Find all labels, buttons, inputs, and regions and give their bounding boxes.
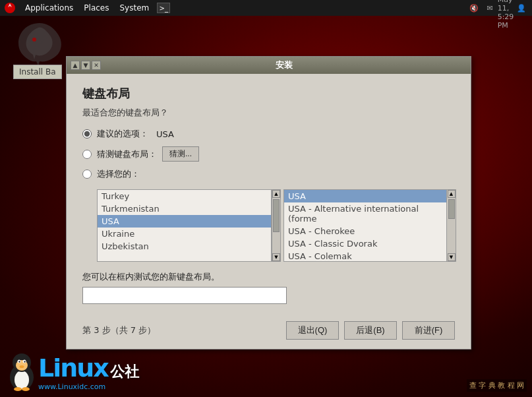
dialog-footer: 第 3 步（共 7 步） 退出(Q) 后退(B) 前进(F) [67,315,471,349]
radio-choose-label: 选择您的： [97,168,140,180]
keyboard-radio-group: 建议的选项： USA 猜测键盘布局： 猜测... 选择您的： [82,128,455,180]
linux-url: www.Linuxidc.com [38,382,139,391]
test-label: 您可以在框内测试您的新键盘布局。 [82,271,455,283]
variant-list[interactable]: USA USA - Alternative international (for… [283,189,447,262]
step-indicator: 第 3 步（共 7 步） [82,324,156,336]
svg-point-9 [24,361,25,362]
section-subtitle: 最适合您的键盘布局？ [82,107,455,119]
list-item[interactable]: Turkmenistan [98,202,271,215]
list-item[interactable]: USA - Colemak [284,250,446,262]
section-title: 键盘布局 [82,86,455,102]
radio-row-choose: 选择您的： [82,168,455,180]
list-item[interactable]: USA - Alternative international (forme [284,202,446,225]
list-item[interactable]: USA - Cherokee [284,225,446,237]
network-icon[interactable]: ✉ [485,3,495,13]
kali-logo-icon [3,1,17,15]
radio-guess-label: 猜测键盘布局： [97,148,157,160]
desktop: Applications Places System >_ 🔇 ✉ Wed Ma… [0,0,532,397]
svg-point-10 [20,365,24,368]
list-item-selected[interactable]: USA [98,215,271,228]
dialog-window: ▲ ▼ ✕ 安装 键盘布局 最适合您的键盘布局？ 建议的选项： USA [66,56,471,350]
watermark: 查 字 典 教 程 网 [467,379,527,392]
list-item[interactable]: Turkey [98,190,271,202]
gongshi-text: 公社 [110,362,139,382]
titlebar-controls: ▲ ▼ ✕ [71,61,101,70]
list-item[interactable]: Uzbekistan [98,240,271,253]
terminal-button[interactable]: >_ [157,3,170,13]
system-menu[interactable]: System [114,0,154,16]
keyboard-lists: Turkey Turkmenistan USA Ukraine Uzbekist… [97,189,455,262]
list-item[interactable]: USA - Classic Dvorak [284,237,446,250]
keyboard-test-area: 您可以在框内测试您的新键盘布局。 [82,271,455,304]
titlebar-close-btn[interactable]: ✕ [92,61,101,70]
radio-row-suggested: 建议的选项： USA [82,128,455,140]
radio-guess[interactable] [82,150,92,159]
linux-logo-text: Linux [38,353,108,382]
guess-button[interactable]: 猜测... [162,146,199,162]
tux-icon [5,352,38,392]
datetime-label: Wed May 11, 5:29 PM [500,3,511,13]
svg-point-1 [32,38,36,42]
quit-button[interactable]: 退出(Q) [286,321,339,340]
scrollbar-up-btn[interactable]: ▲ [272,190,280,198]
dialog-titlebar: ▲ ▼ ✕ 安装 [67,57,471,74]
left-list-container: Turkey Turkmenistan USA Ukraine Uzbekist… [97,189,281,262]
right-list-container: USA USA - Alternative international (for… [283,189,456,262]
svg-point-8 [18,361,20,362]
right-scrollbar-down-btn[interactable]: ▼ [448,253,456,261]
right-scrollbar-up-btn[interactable]: ▲ [448,190,456,198]
back-button[interactable]: 后退(B) [344,321,397,340]
radio-suggested-label: 建议的选项： [97,128,148,140]
country-list[interactable]: Turkey Turkmenistan USA Ukraine Uzbekist… [97,189,272,262]
dialog-content: 键盘布局 最适合您的键盘布局？ 建议的选项： USA 猜测键盘布局： 猜测... [67,74,471,315]
list-item[interactable]: Ukraine [98,228,271,240]
right-list-scrollbar[interactable]: ▲ ▼ [447,189,456,262]
scrollbar-down-btn[interactable]: ▼ [272,253,280,261]
left-list-scrollbar[interactable]: ▲ ▼ [272,189,281,262]
forward-button[interactable]: 前进(F) [402,321,455,340]
svg-point-3 [15,371,29,389]
right-scrollbar-thumb[interactable] [448,199,455,219]
places-menu[interactable]: Places [78,0,114,16]
list-item-selected[interactable]: USA [284,190,446,202]
install-base-button[interactable]: Install Ba [13,65,62,79]
taskbar-right: 🔇 ✉ Wed May 11, 5:29 PM 👤 [469,3,532,13]
bottom-logo: Linux 公社 www.Linuxidc.com [5,352,139,392]
footer-buttons: 退出(Q) 后退(B) 前进(F) [286,321,455,340]
svg-point-11 [14,387,22,391]
svg-point-12 [22,387,30,391]
applications-menu[interactable]: Applications [20,0,78,16]
dialog-title: 安装 [101,59,467,71]
titlebar-down-btn[interactable]: ▼ [81,61,90,70]
radio-row-guess: 猜测键盘布局： 猜测... [82,146,455,162]
radio-suggested-value: USA [156,129,174,139]
taskbar: Applications Places System >_ 🔇 ✉ Wed Ma… [0,0,532,16]
radio-choose[interactable] [82,169,92,179]
radio-suggested[interactable] [82,129,92,138]
volume-icon[interactable]: 🔇 [469,3,479,13]
linux-brand: Linux 公社 [38,353,139,382]
linux-text-area: Linux 公社 www.Linuxidc.com [38,353,139,391]
taskbar-left: Applications Places System >_ [0,0,170,16]
titlebar-up-btn[interactable]: ▲ [71,61,80,70]
keyboard-test-input[interactable] [82,287,287,304]
scrollbar-thumb[interactable] [273,199,280,232]
user-icon[interactable]: 👤 [516,3,527,13]
